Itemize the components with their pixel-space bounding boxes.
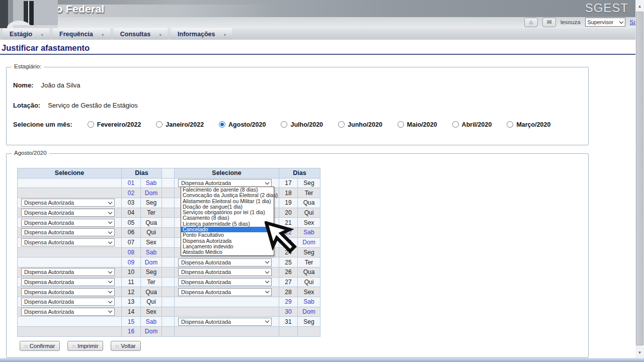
day-name: Qua	[298, 267, 320, 277]
day-name: Seg	[298, 247, 320, 257]
scroll-up-button[interactable]: ▲	[635, 2, 644, 11]
day-number: 27	[279, 277, 298, 287]
intern-fieldset: Estagiário: Nome: João da Silva Lotação:…	[6, 67, 589, 145]
radio-checked-icon	[219, 121, 225, 128]
day-number: 26	[279, 267, 298, 277]
col-header-selecione: Selecione	[175, 168, 279, 178]
day-name: Sex	[141, 307, 162, 317]
month-radio-janeiro-2022[interactable]: Janeiro/2022	[156, 121, 204, 128]
chevron-down-icon	[108, 269, 112, 273]
day-number: 14	[122, 307, 141, 317]
justification-select[interactable]: Dispensa Autorizada	[21, 219, 115, 227]
back-button[interactable]: ∷ Voltar	[111, 341, 140, 351]
role-select[interactable]: Supervisor	[585, 18, 625, 27]
scroll-down-button[interactable]: ▼	[635, 348, 644, 357]
justification-dropdown-menu: Falecimento de parente (8 dias) Convocaç…	[181, 187, 274, 256]
day-name: Qui	[298, 277, 320, 287]
page-title: Justificar afastamento	[2, 43, 90, 53]
day-name: Dom	[298, 307, 320, 317]
day-name	[298, 327, 320, 337]
role-select-value: Supervisor	[588, 19, 614, 25]
justification-select[interactable]: Dispensa Autorizada	[21, 199, 115, 207]
senado-congress-logo	[0, 0, 58, 28]
justification-select[interactable]: Dispensa Autorizada	[178, 268, 272, 276]
button-icon: ∷	[72, 344, 75, 349]
scrollbar-thumb[interactable]	[636, 12, 643, 345]
day-name: Dom	[141, 257, 162, 267]
confirm-button[interactable]: ∷ Confirmar	[20, 341, 60, 351]
justification-select[interactable]: Dispensa Autorizada	[21, 209, 115, 217]
month-radio-junho-2020[interactable]: Junho/2020	[338, 121, 382, 128]
menu-frequencia[interactable]: Frequência ▼	[53, 28, 110, 40]
chevron-down-icon	[265, 319, 269, 323]
chevron-down-icon	[265, 269, 269, 273]
home-button[interactable]: ⌂	[524, 18, 538, 27]
radio-icon	[338, 121, 345, 128]
main-menubar: Estágio ▼ Frequência ▼ Consultas ▼ Infor…	[0, 28, 635, 40]
day-name: Ter	[298, 188, 320, 198]
dropdown-option[interactable]: Atestado Médico	[181, 249, 274, 255]
day-number: 02	[122, 188, 141, 198]
header-banner: Senado Federal SGEST	[0, 0, 635, 17]
menu-informacoes[interactable]: Informações ▼	[171, 28, 232, 40]
day-name: Ter	[298, 257, 320, 267]
month-radio-maio-2020[interactable]: Maio/2020	[397, 121, 437, 128]
justification-select[interactable]: Dispensa Autorizada	[21, 308, 115, 316]
menu-estagio[interactable]: Estágio ▼	[3, 28, 49, 40]
home-icon: ⌂	[529, 19, 533, 26]
day-number: 18	[279, 188, 298, 198]
chevron-down-icon: ▼	[223, 33, 226, 37]
day-name: Qui	[141, 228, 162, 238]
day-number: 04	[122, 208, 141, 218]
justification-select[interactable]: Dispensa Autorizada	[178, 258, 272, 266]
menu-label: Consultas	[120, 31, 150, 38]
unit-label: Lotação:	[13, 102, 40, 109]
justification-select[interactable]: Dispensa Autorizada	[178, 318, 272, 326]
chevron-down-icon	[108, 200, 112, 204]
day-name: Ter	[141, 208, 162, 218]
day-name: Seg	[298, 317, 320, 327]
chevron-down-icon: ▼	[40, 33, 44, 37]
username-label: lesouza	[560, 19, 581, 25]
justification-select[interactable]: Dispensa Autorizada	[21, 298, 115, 306]
menu-consultas[interactable]: Consultas ▼	[114, 28, 168, 40]
month-radio-marco-2020[interactable]: Março/2020	[507, 121, 550, 128]
day-number: 08	[122, 247, 141, 257]
radio-icon	[507, 121, 513, 128]
mail-button[interactable]: ✉	[542, 18, 556, 27]
day-number: 05	[122, 218, 141, 228]
justification-select-open[interactable]: Dispensa Autorizada	[178, 179, 272, 187]
dropdown-option[interactable]: Convocação da Justiça Eleitoral (2 dias)	[181, 193, 274, 198]
session-toolbar: ⌂ ✉ lesouza Supervisor Sair	[524, 17, 640, 28]
print-button[interactable]: ∷ Imprimir	[67, 341, 103, 351]
day-name: Dom	[141, 188, 162, 198]
radio-icon	[156, 121, 163, 128]
justification-select[interactable]: Dispensa Autorizada	[21, 268, 115, 276]
justification-select[interactable]: Dispensa Autorizada	[178, 278, 272, 286]
day-number: 01	[122, 178, 141, 188]
table-row: 15 Sab Dispensa Autorizada 31 Seg	[18, 317, 320, 327]
button-icon: ∷	[116, 344, 119, 349]
table-row: Dispensa Autorizada 14 Sex 30 Dom	[18, 307, 320, 317]
vertical-scrollbar[interactable]: ▲ ▼	[635, 0, 644, 358]
month-radio-julho-2020[interactable]: Julho/2020	[281, 121, 323, 128]
chevron-down-icon	[108, 230, 112, 234]
month-radio-agosto-2020[interactable]: Agosto/2020	[219, 121, 266, 128]
justification-select[interactable]: Dispensa Autorizada	[21, 228, 115, 236]
justification-select[interactable]: Dispensa Autorizada	[21, 288, 115, 296]
day-number: 19	[279, 198, 298, 208]
month-radio-fevereiro-2022[interactable]: Fevereiro/2022	[88, 121, 141, 128]
justification-select[interactable]: Dispensa Autorizada	[21, 238, 115, 246]
dropdown-option[interactable]: Ponto Facultativo	[181, 232, 274, 238]
month-radio-abril-2020[interactable]: Abril/2020	[452, 121, 492, 128]
chevron-down-icon	[265, 279, 269, 283]
action-buttons: ∷ Confirmar ∷ Imprimir ∷ Voltar	[20, 341, 141, 351]
day-name: Seg	[141, 267, 162, 277]
menu-label: Informações	[178, 31, 215, 38]
justification-select[interactable]: Dispensa Autorizada	[21, 278, 115, 286]
day-name: Qui	[298, 208, 320, 218]
day-number: 30	[279, 307, 298, 317]
table-row: Dispensa Autorizada 12 Qua Dispensa Auto…	[18, 287, 320, 297]
justification-select[interactable]: Dispensa Autorizada	[178, 288, 272, 296]
intern-legend: Estagiário:	[12, 63, 44, 69]
